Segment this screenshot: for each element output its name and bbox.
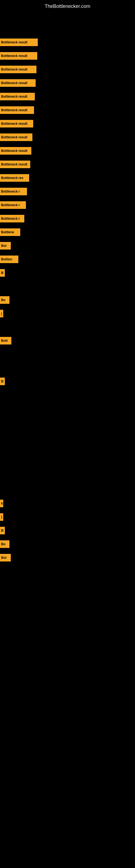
bottleneck-bar: Bottleneck result	[0, 79, 36, 87]
bottleneck-label: B	[0, 529, 5, 532]
bottleneck-bar: Bottlen	[0, 255, 18, 263]
bottleneck-label: Bottleneck r	[0, 217, 21, 220]
bottleneck-bar: B	[0, 269, 5, 277]
bottleneck-bar: Bot	[0, 242, 11, 250]
bottleneck-label: Bottleneck result	[0, 67, 28, 71]
bottleneck-bar: Bottleneck result	[0, 133, 32, 141]
bottleneck-bar: |	[0, 513, 3, 521]
bottleneck-bar: Bottlene	[0, 228, 20, 236]
bottleneck-bar: B	[0, 527, 5, 534]
bottleneck-bar: Bottleneck result	[0, 106, 34, 114]
bottleneck-label: Bottleneck res	[0, 176, 25, 180]
bottleneck-label: Bottleneck result	[0, 108, 28, 112]
bottleneck-bar: Bottleneck res	[0, 174, 29, 182]
bottleneck-label: Bot	[0, 244, 8, 248]
bottleneck-bar: k	[0, 500, 3, 507]
bottleneck-bar: Bo	[0, 296, 9, 304]
bottleneck-label: Bottlen	[0, 257, 13, 261]
bottleneck-label: k	[0, 501, 3, 505]
bottleneck-label: |	[0, 515, 3, 519]
bottleneck-bar: Bottleneck r	[0, 201, 26, 209]
bottleneck-bar: Bottleneck r	[0, 215, 24, 222]
bottleneck-label: Bottleneck result	[0, 149, 28, 153]
bottleneck-bar: B	[0, 378, 5, 385]
bottleneck-label: |	[0, 312, 3, 315]
bottleneck-bar: |	[0, 310, 3, 317]
bottleneck-label: Bott	[0, 339, 9, 343]
bottleneck-bar: Bo	[0, 540, 9, 548]
bottleneck-label: Bottleneck result	[0, 135, 28, 139]
bottleneck-label: Bottleneck result	[0, 122, 28, 126]
bottleneck-label: Bottleneck result	[0, 95, 28, 98]
bottleneck-label: Bot	[0, 556, 8, 560]
bottleneck-label: Bo	[0, 298, 6, 302]
bottleneck-label: Bottleneck result	[0, 40, 28, 44]
bottleneck-bar: Bottleneck r	[0, 188, 27, 195]
bottleneck-bar: Bottleneck result	[0, 161, 30, 168]
bottleneck-bar: Bott	[0, 337, 11, 344]
bottleneck-label: Bottleneck r	[0, 203, 21, 207]
bottleneck-label: Bottleneck result	[0, 81, 28, 85]
bottleneck-label: Bottleneck result	[0, 162, 28, 166]
bottleneck-bar: Bottleneck result	[0, 93, 35, 100]
bottleneck-label: Bottleneck result	[0, 54, 28, 58]
bottleneck-bar: Bottleneck result	[0, 120, 33, 127]
bottleneck-label: B	[0, 379, 5, 383]
bottleneck-bar: Bottleneck result	[0, 52, 37, 60]
bottleneck-label: Bo	[0, 542, 6, 546]
bottleneck-label: B	[0, 271, 5, 275]
bottleneck-bar: Bot	[0, 554, 11, 561]
bottleneck-bar: Bottleneck result	[0, 38, 38, 46]
site-title: TheBottlenecker.com	[0, 1, 135, 11]
bottleneck-bar: Bottleneck result	[0, 147, 31, 155]
bottleneck-bar: Bottleneck result	[0, 66, 37, 73]
bottleneck-label: Bottlene	[0, 230, 15, 234]
bottleneck-label: Bottleneck r	[0, 190, 21, 193]
